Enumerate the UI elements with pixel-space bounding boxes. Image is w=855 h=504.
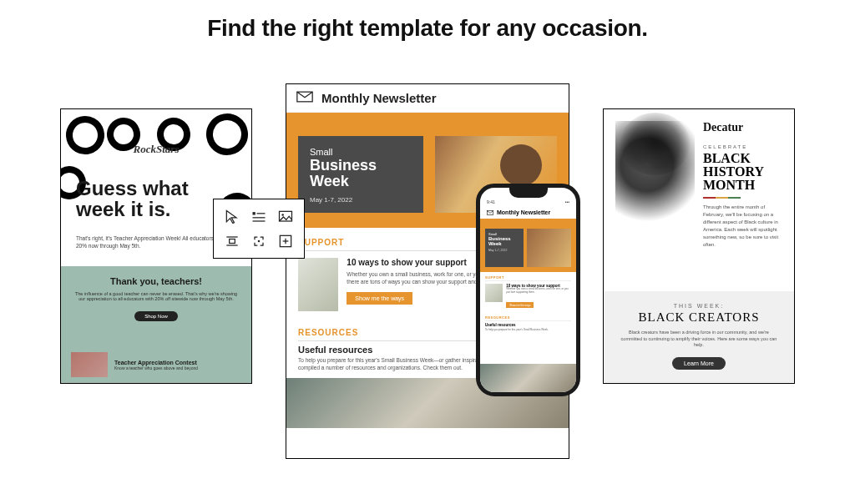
envelope-icon	[296, 91, 313, 106]
phone-newsletter-title: Monthly Newsletter	[480, 206, 576, 219]
svg-rect-8	[230, 239, 235, 243]
expand-icon[interactable]	[245, 229, 272, 253]
phone-footer-image	[480, 364, 576, 392]
phone-useful-title: Useful resources	[480, 321, 576, 328]
black-creators-heading: BLACK CREATORS	[619, 310, 779, 325]
celebrate-label: CELEBRATE	[703, 144, 782, 149]
newsletter-title: Monthly Newsletter	[321, 91, 437, 105]
support-thumbnail	[298, 258, 338, 311]
svg-point-10	[258, 239, 261, 242]
contest-title: Teacher Appreciation Contest	[114, 360, 198, 365]
brand-logo: RockStars	[134, 143, 180, 156]
cursor-icon[interactable]	[219, 204, 245, 229]
contest-thumbnail	[71, 352, 108, 377]
hero-text-panel: Small Business Week May 1-7, 2022	[298, 136, 423, 213]
plus-icon[interactable]	[272, 229, 299, 253]
contest-subtext: Know a teacher who goes above and beyond	[114, 365, 198, 370]
svg-point-6	[281, 214, 284, 216]
this-week-label: THIS WEEK:	[619, 303, 779, 309]
editor-toolbox	[213, 199, 305, 259]
mobile-preview: 9:41••• Monthly Newsletter Small Busines…	[476, 184, 580, 396]
shop-now-button[interactable]: Shop Now	[134, 311, 178, 321]
phone-hero-text: Small Business Week May 1-7, 2022	[485, 229, 524, 267]
template-headline: Guess what week it is.	[76, 178, 189, 219]
phone-support-label: SUPPORT	[480, 272, 576, 280]
phone-resources-label: RESOURCES	[480, 312, 576, 320]
phone-support-thumb	[485, 284, 503, 302]
brand-name: Decatur	[703, 121, 782, 134]
thanks-title: Thank you, teachers!	[61, 276, 251, 286]
phone-support-body: Whether you own a small business, work f…	[506, 288, 571, 295]
align-icon[interactable]	[219, 229, 245, 253]
stripes-decor	[703, 197, 741, 199]
portrait-image	[615, 121, 695, 246]
phone-hero-image	[527, 229, 571, 267]
image-icon[interactable]	[272, 204, 299, 229]
phone-support-cta[interactable]: Show me the ways	[506, 302, 534, 308]
learn-more-button[interactable]: Learn More	[672, 357, 726, 370]
bhm-body: Through the entire month of February, we…	[703, 204, 782, 249]
phone-useful-body: To help you prepare for this year's Smal…	[480, 328, 576, 334]
thanks-body: The influence of a good teacher can neve…	[61, 286, 251, 306]
text-line-icon[interactable]	[245, 204, 272, 229]
svg-rect-1	[253, 212, 255, 214]
template-black-history-month[interactable]: Decatur CELEBRATE BLACK HISTORY MONTH Th…	[603, 108, 795, 384]
bhm-heading: BLACK HISTORY MONTH	[703, 152, 782, 192]
page-heading: Find the right template for any occasion…	[0, 0, 855, 83]
support-cta-button[interactable]: Show me the ways	[347, 292, 412, 305]
lower-body: Black creators have been a driving force…	[619, 330, 779, 349]
